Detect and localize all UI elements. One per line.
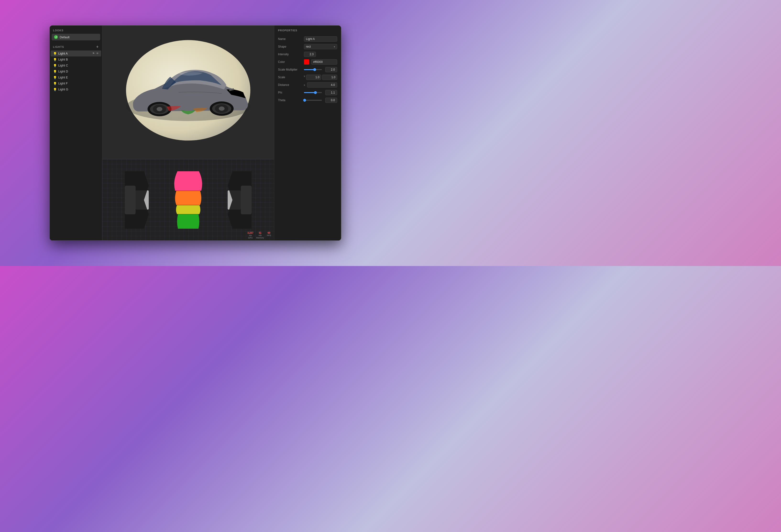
flag-icon[interactable]: ⚑ xyxy=(92,52,95,55)
fps-stat: 60 FPS xyxy=(267,232,271,239)
scale-multiplier-row: Scale Multiplier 2.0 xyxy=(274,66,341,74)
scale-x-value[interactable]: 1.0 xyxy=(306,75,321,80)
main-content: 3,237 ms GPU 51 mb Memory 60 FPS xyxy=(102,26,274,240)
light-f-label: Light F xyxy=(58,82,99,85)
bulb-icon: 💡 xyxy=(53,64,56,67)
bulb-icon: 💡 xyxy=(53,58,56,61)
light-diagram-canvas xyxy=(102,159,274,240)
intensity-value[interactable]: 2.3 xyxy=(304,52,316,57)
scale-label: Scale xyxy=(278,76,302,79)
default-label: Default xyxy=(60,35,70,39)
light-b-label: Light B xyxy=(58,58,99,61)
scale-inputs: x 1.0 1.0 xyxy=(304,75,337,80)
eye-icon[interactable]: 👁 xyxy=(96,52,99,55)
gpu-value: 3,237 xyxy=(247,232,253,234)
scale-multiplier-label: Scale Multiplier xyxy=(278,68,302,71)
looks-icon xyxy=(54,35,58,39)
sidebar: LOOKS Default LIGHTS + 💡 Light A ⚑ 👁 💡 L… xyxy=(50,26,102,240)
phi-value[interactable]: 1.1 xyxy=(325,90,337,95)
memory-stat: 51 mb Memory xyxy=(256,232,264,239)
light-g-label: Light G xyxy=(58,88,99,91)
name-value-box[interactable]: Light A xyxy=(304,36,337,42)
distance-row: Distance x 4.0 xyxy=(274,81,341,89)
intensity-row: Intensity 2.3 xyxy=(274,50,341,58)
color-row: Color #ff0000 xyxy=(274,58,341,66)
gpu-unit: ms xyxy=(249,234,252,237)
properties-title: PROPERTIES xyxy=(274,29,341,35)
sidebar-item-light-g[interactable]: 💡 Light G xyxy=(51,86,101,92)
phi-label: Phi xyxy=(278,91,302,94)
fps-value: 60 xyxy=(268,232,270,234)
fps-label: FPS xyxy=(267,234,271,237)
svg-point-4 xyxy=(157,107,162,111)
theta-label: Theta xyxy=(278,98,302,102)
light-d-label: Light D xyxy=(58,70,99,73)
mem-unit: mb xyxy=(258,234,261,237)
bulb-icon: 💡 xyxy=(53,88,56,91)
stats-bar: 3,237 ms GPU 51 mb Memory 60 FPS xyxy=(247,232,271,239)
default-item[interactable]: Default xyxy=(52,34,100,40)
light-diagram-svg xyxy=(125,171,252,229)
viewport-bottom[interactable]: 3,237 ms GPU 51 mb Memory 60 FPS xyxy=(102,159,274,240)
shape-row: Shape rect ▾ xyxy=(274,43,341,50)
color-hex[interactable]: #ff0000 xyxy=(311,59,337,65)
light-e-label: Light E xyxy=(58,76,99,79)
color-swatch[interactable] xyxy=(304,59,309,65)
bulb-icon: 💡 xyxy=(53,82,56,85)
intensity-label: Intensity xyxy=(278,53,302,56)
sidebar-item-light-f[interactable]: 💡 Light F xyxy=(51,80,101,86)
sidebar-item-light-c[interactable]: 💡 Light C xyxy=(51,63,101,69)
phi-row: Phi 1.1 xyxy=(274,89,341,96)
phi-slider[interactable] xyxy=(304,92,322,93)
gpu-label: GPU xyxy=(248,237,253,239)
name-value: Light A xyxy=(306,37,315,41)
shape-value: rect xyxy=(306,45,311,48)
bulb-icon: 💡 xyxy=(53,76,56,79)
lights-header: LIGHTS + xyxy=(50,42,102,50)
shape-dropdown[interactable]: rect ▾ xyxy=(304,44,337,49)
bulb-icon: 💡 xyxy=(53,52,56,55)
distance-label: Distance xyxy=(278,83,302,87)
sidebar-item-light-e[interactable]: 💡 Light E xyxy=(51,74,101,80)
svg-point-8 xyxy=(219,107,224,111)
scale-row: Scale x 1.0 1.0 xyxy=(274,74,341,81)
sidebar-item-light-b[interactable]: 💡 Light B xyxy=(51,56,101,63)
shape-label: Shape xyxy=(278,45,302,48)
app-window: LOOKS Default LIGHTS + 💡 Light A ⚑ 👁 💡 L… xyxy=(49,25,341,241)
lights-section-label: LIGHTS xyxy=(53,45,64,48)
bulb-icon: 💡 xyxy=(53,70,56,73)
mem-value: 51 xyxy=(259,232,261,234)
looks-section: Default xyxy=(50,34,102,42)
car-render xyxy=(119,54,257,131)
scale-multiplier-value[interactable]: 2.0 xyxy=(325,67,337,72)
name-label: Name xyxy=(278,37,302,41)
gpu-stat: 3,237 ms GPU xyxy=(247,232,253,239)
add-light-button[interactable]: + xyxy=(96,45,99,49)
light-c-label: Light C xyxy=(58,64,99,67)
scale-multiplier-slider[interactable] xyxy=(304,69,322,70)
light-a-actions: ⚑ 👁 xyxy=(92,52,99,55)
distance-x-label: x xyxy=(304,83,305,86)
looks-section-label: LOOKS xyxy=(50,26,102,34)
theta-value[interactable]: 0.0 xyxy=(325,97,337,103)
mem-label: Memory xyxy=(256,237,264,239)
light-a-label: Light A xyxy=(58,52,90,55)
right-panel: PROPERTIES Name Light A Shape rect ▾ Int… xyxy=(274,26,341,240)
theta-row: Theta 0.0 xyxy=(274,96,341,104)
sidebar-item-light-d[interactable]: 💡 Light D xyxy=(51,69,101,74)
chevron-down-icon: ▾ xyxy=(334,45,335,48)
scale-y-value[interactable]: 1.0 xyxy=(322,75,337,80)
sidebar-item-light-a[interactable]: 💡 Light A ⚑ 👁 xyxy=(51,50,101,56)
color-label: Color xyxy=(278,60,302,64)
distance-value[interactable]: 4.0 xyxy=(307,82,337,88)
name-row: Name Light A xyxy=(274,35,341,43)
theta-slider[interactable] xyxy=(304,100,322,101)
viewport-top[interactable] xyxy=(102,26,274,159)
scale-x-label: x xyxy=(304,75,305,80)
